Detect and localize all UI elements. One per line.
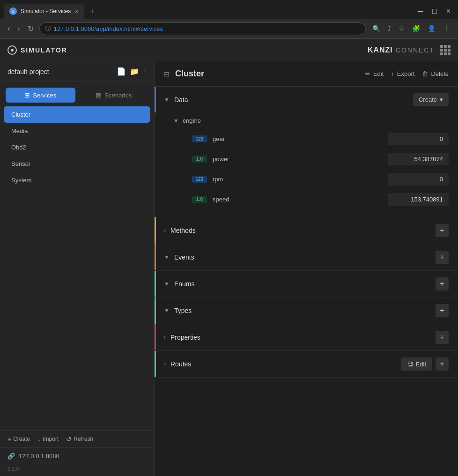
back-button[interactable]: ‹	[6, 23, 12, 34]
active-tab[interactable]: S Simulator - Services ×	[4, 4, 84, 19]
data-section-title: Data	[174, 96, 413, 104]
service-item-system[interactable]: System	[4, 172, 150, 188]
project-name: default-project	[7, 68, 113, 75]
events-section-header[interactable]: ▼ Events +	[155, 244, 458, 270]
speed-type-badge: 1.0	[192, 196, 207, 203]
power-type-badge: 1.0	[192, 156, 207, 163]
maximize-button[interactable]: □	[428, 5, 441, 17]
types-section-title: Types	[174, 307, 436, 314]
routes-add-button[interactable]: +	[436, 357, 449, 371]
service-item-media[interactable]: Media	[4, 123, 150, 139]
logo-text: SIMULATOR	[21, 46, 67, 54]
enums-add-button[interactable]: +	[436, 277, 449, 290]
enums-chevron-icon: ▼	[164, 281, 170, 287]
refresh-button[interactable]: ↺ Refresh	[66, 435, 93, 443]
reload-button[interactable]: ↻	[26, 23, 36, 34]
minimize-button[interactable]: ─	[414, 5, 427, 17]
menu-button[interactable]: ⋮	[440, 23, 452, 34]
service-item-obd2[interactable]: Obd2	[4, 139, 150, 156]
scenarios-tab-icon: ▤	[96, 91, 102, 99]
close-button[interactable]: ×	[443, 5, 454, 17]
project-header: default-project 📄 📁 ↑	[0, 61, 154, 82]
export-label: Export	[397, 70, 415, 77]
address-bar: ‹ › ↻ ⓘ 127.0.0.1:8080/app/index.html#/s…	[0, 19, 458, 38]
gear-value[interactable]: 0	[388, 133, 449, 145]
cluster-title: Cluster	[175, 69, 360, 79]
delete-button[interactable]: 🗑 Delete	[422, 70, 449, 77]
edit-label: Edit	[373, 70, 384, 77]
connection-info: 🔗 127.0.0.1:8080	[0, 447, 154, 464]
power-value[interactable]: 54.387074	[388, 153, 449, 165]
scenarios-tab[interactable]: ▤ Scenarios	[79, 88, 149, 103]
search-browser-button[interactable]: 🔍	[369, 23, 383, 34]
routes-edit-label: Edit	[416, 361, 426, 368]
service-item-sensor[interactable]: Sensor	[4, 156, 150, 172]
bookmark-button[interactable]: ☆	[396, 23, 407, 34]
url-text: 127.0.0.1:8080/app/index.html#/services	[54, 25, 163, 32]
connection-url: 127.0.0.1:8080	[19, 453, 59, 460]
grid-menu-button[interactable]	[440, 45, 451, 55]
new-file-button[interactable]: 📄	[117, 67, 126, 76]
routes-section-header[interactable]: › Routes 🖫 Edit +	[155, 351, 458, 377]
create-service-button[interactable]: + Create	[7, 435, 30, 443]
new-tab-button[interactable]: +	[88, 5, 97, 18]
extensions-button[interactable]: 🧩	[409, 23, 423, 34]
upload-button[interactable]: ↑	[143, 67, 147, 76]
url-bar[interactable]: ⓘ 127.0.0.1:8080/app/index.html#/service…	[39, 22, 366, 35]
enums-section-bar	[155, 271, 156, 297]
engine-chevron-icon: ▼	[173, 118, 179, 124]
properties-section: › Properties +	[155, 324, 458, 351]
import-button[interactable]: ↓ Import	[37, 435, 59, 443]
data-create-button[interactable]: Create ▾	[413, 93, 449, 106]
enums-section-title: Enums	[174, 280, 436, 288]
routes-section-title: Routes	[170, 360, 401, 368]
tab-favicon: S	[9, 7, 17, 15]
service-list: Cluster Media Obd2 Sensor System	[0, 103, 154, 430]
tab-title: Simulator - Services	[21, 8, 71, 15]
power-row: 1.0 power 54.387074	[164, 149, 449, 169]
engine-group: ▼ engine 123 gear 0 1.0 power 54.387074	[164, 112, 449, 209]
rpm-field-name: rpm	[213, 176, 382, 183]
routes-edit-button[interactable]: 🖫 Edit	[401, 357, 432, 371]
enums-section-header[interactable]: ▼ Enums +	[155, 271, 458, 297]
methods-section: › Methods +	[155, 217, 458, 244]
nav-tabs: ⊞ Services ▤ Scenarios	[0, 82, 154, 103]
data-section-header[interactable]: ▼ Data Create ▾	[155, 87, 458, 112]
delete-label: Delete	[431, 70, 449, 77]
types-section-bar	[155, 298, 156, 324]
methods-section-header[interactable]: › Methods +	[155, 217, 458, 244]
gear-field-name: gear	[213, 135, 382, 142]
refresh-icon: ↺	[66, 435, 72, 443]
routes-actions: 🖫 Edit +	[401, 357, 449, 371]
profile-button[interactable]: 👤	[425, 23, 438, 34]
events-add-button[interactable]: +	[436, 251, 449, 264]
gear-type-badge: 123	[192, 135, 207, 142]
properties-section-bar	[155, 324, 156, 350]
tab-close-button[interactable]: ×	[74, 8, 78, 15]
export-button[interactable]: ↑ Export	[391, 70, 414, 77]
header-right: KANZI CONNECT	[368, 45, 451, 55]
rpm-row: 123 rpm 0	[164, 169, 449, 189]
link-icon: 🔗	[7, 453, 15, 460]
service-item-cluster[interactable]: Cluster	[4, 106, 150, 123]
events-section-title: Events	[174, 253, 436, 261]
types-add-button[interactable]: +	[436, 304, 449, 317]
speed-value[interactable]: 153.740891	[388, 193, 449, 206]
properties-add-button[interactable]: +	[436, 331, 449, 344]
rpm-value[interactable]: 0	[388, 173, 449, 186]
kanzi-text: KANZI	[368, 46, 393, 54]
services-tab-label: Services	[33, 92, 56, 99]
properties-section-header[interactable]: › Properties +	[155, 324, 458, 350]
edit-button[interactable]: ✏ Edit	[365, 70, 384, 77]
sidebar-footer: + Create ↓ Import ↺ Refresh	[0, 430, 154, 447]
open-folder-button[interactable]: 📁	[130, 67, 139, 76]
methods-section-bar	[155, 217, 156, 244]
routes-chevron-icon: ›	[164, 361, 166, 367]
services-tab[interactable]: ⊞ Services	[6, 88, 75, 103]
types-section-header[interactable]: ▼ Types +	[155, 298, 458, 324]
engine-header[interactable]: ▼ engine	[164, 112, 449, 129]
events-chevron-icon: ▼	[164, 254, 170, 260]
forward-button[interactable]: ›	[15, 23, 22, 34]
share-button[interactable]: ⤴	[385, 23, 394, 34]
methods-add-button[interactable]: +	[436, 224, 449, 237]
